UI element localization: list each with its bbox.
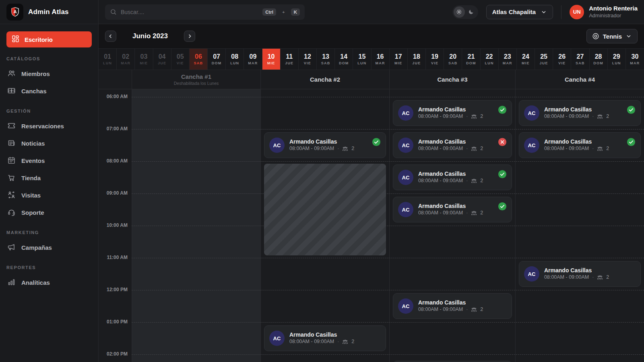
day-cell-20[interactable]: 20 SAB (444, 49, 462, 70)
reservation-card[interactable]: AC Armando Casillas 08:00AM - 09:00AM · … (393, 165, 512, 190)
reservation-time: 08:00AM - 09:00AM (418, 306, 463, 313)
court-header-cancha-3: Cancha #3 (389, 70, 515, 89)
day-cell-02[interactable]: 02 MAR (117, 49, 135, 70)
day-cell-06[interactable]: 06 SAB (190, 49, 208, 70)
search-input[interactable] (121, 9, 258, 15)
day-cell-15[interactable]: 15 LUN (353, 49, 371, 70)
day-cell-19[interactable]: 19 VIE (426, 49, 444, 70)
reservation-time: 08:00AM - 09:00AM (418, 113, 463, 120)
day-cell-30[interactable]: 30 MAR (626, 49, 644, 70)
day-cell-11[interactable]: 11 JUE (281, 49, 299, 70)
day-cell-25[interactable]: 25 JUE (535, 49, 553, 70)
reservation-card[interactable]: AC Armando Casillas 08:00AM - 09:00AM · … (519, 261, 641, 287)
reservation-card[interactable]: AC Armando Casillas 08:00AM - 09:00AM · … (519, 100, 641, 126)
day-cell-04[interactable]: 04 JUE (153, 49, 171, 70)
status-confirmed-icon (627, 105, 636, 114)
day-cell-09[interactable]: 09 MAR (244, 49, 262, 70)
attendees-count: 2 (480, 210, 483, 217)
day-cell-03[interactable]: 03 MIE (135, 49, 153, 70)
day-cell-05[interactable]: 05 VIE (171, 49, 190, 70)
sidebar-item-escritorio[interactable]: Escritorio (6, 31, 92, 47)
day-cell-28[interactable]: 28 DOM (590, 49, 608, 70)
next-month-button[interactable] (184, 31, 195, 42)
search-box[interactable]: Ctrl + K (105, 4, 305, 20)
sidebar-item-eventos[interactable]: Eventos (0, 152, 98, 169)
day-number: 06 (195, 53, 202, 60)
sport-selector[interactable]: Tennis (586, 29, 638, 43)
light-theme-button[interactable] (454, 6, 465, 18)
attendees-icon (597, 146, 603, 152)
reservation-card[interactable]: AC Armando Casillas 08:00AM - 09:00AM · … (393, 132, 512, 158)
sidebar-item-soporte[interactable]: Soporte (0, 204, 98, 221)
day-number: 09 (250, 53, 257, 60)
club-selector[interactable]: Atlas Chapalita (486, 5, 553, 19)
day-weekday: MIE (267, 61, 275, 65)
day-cell-17[interactable]: 17 MIE (390, 49, 408, 70)
reservation-card[interactable]: AC Armando Casillas 08:00AM - 09:00AM · … (393, 293, 512, 319)
time-gutter: 06:00 AM07:00 AM08:00 AM09:00 AM10:00 AM… (99, 89, 132, 362)
sidebar-item-tienda[interactable]: Tienda (0, 169, 98, 187)
day-cell-14[interactable]: 14 DOM (335, 49, 353, 70)
day-cell-16[interactable]: 16 MAR (372, 49, 390, 70)
day-weekday: VIE (431, 61, 438, 65)
status-confirmed-icon (372, 138, 381, 146)
atlas-logo-icon: A (6, 4, 23, 21)
day-cell-26[interactable]: 26 VIE (553, 49, 571, 70)
month-title: Junio 2023 (132, 32, 168, 40)
reservation-card[interactable]: AC Armando Casillas 08:00AM - 09:00AM · … (264, 325, 386, 351)
day-weekday: JUE (285, 61, 293, 65)
user-menu[interactable]: UN Antonio Renteria Administrador (570, 5, 638, 19)
day-cell-22[interactable]: 22 LUN (481, 49, 499, 70)
sidebar-item-campanas[interactable]: Campañas (0, 239, 98, 256)
reservation-card[interactable]: AC Armando Casillas 08:00AM - 09:00AM · … (393, 197, 512, 222)
day-cell-07[interactable]: 07 DOM (208, 49, 226, 70)
reservation-card[interactable]: AC Armando Casillas 08:00AM - 09:00AM · … (264, 132, 386, 158)
day-weekday: SAB (448, 61, 458, 65)
sidebar-item-reservaciones[interactable]: Reservaciones (0, 117, 98, 135)
reservation-card[interactable]: AC Armando Casillas 08:00AM - 09:00AM · … (519, 132, 641, 158)
prev-month-button[interactable] (105, 31, 116, 42)
dot-separator: · (337, 338, 339, 346)
day-cell-23[interactable]: 23 MAR (499, 49, 517, 70)
day-cell-13[interactable]: 13 SAB (317, 49, 335, 70)
sidebar-section-label: CATÁLOGOS (0, 56, 98, 61)
visits-icon (7, 191, 16, 200)
sidebar-item-analiticas[interactable]: Analíticas (0, 274, 98, 291)
reservation-member-name: Armando Casillas (544, 267, 609, 274)
avatar: AC (269, 331, 285, 346)
time-label: 01:00 PM (99, 319, 128, 325)
time-label: 06:00 AM (99, 94, 128, 99)
chevron-down-icon (541, 9, 547, 15)
day-cell-21[interactable]: 21 DOM (462, 49, 480, 70)
court-name: Cancha #4 (565, 76, 595, 83)
sidebar-item-noticias[interactable]: Noticias (0, 135, 98, 152)
reservation-card[interactable]: AC Armando Casillas 08:00AM - 09:00AM · … (393, 100, 512, 126)
time-label: 08:00 AM (99, 158, 128, 164)
day-cell-10[interactable]: 10 MIE (262, 49, 281, 70)
megaphone-icon (7, 243, 16, 253)
dot-separator: · (337, 145, 339, 152)
day-cell-29[interactable]: 29 LUN (608, 49, 626, 70)
day-cell-01[interactable]: 01 LUN (99, 49, 117, 70)
day-cell-27[interactable]: 27 SAB (571, 49, 589, 70)
sidebar-item-canchas[interactable]: Canchas (0, 82, 98, 100)
reservation-time: 08:00AM - 09:00AM (418, 210, 463, 217)
sidebar-section-label: MARKETING (0, 230, 98, 235)
day-cell-08[interactable]: 08 LUN (226, 49, 244, 70)
sidebar-item-miembros[interactable]: Miembros (0, 65, 98, 82)
time-label: 07:00 AM (99, 126, 128, 132)
reservation-time: 08:00AM - 09:00AM (418, 177, 463, 185)
day-cell-18[interactable]: 18 JUE (408, 49, 426, 70)
sidebar-item-label: Canchas (21, 88, 47, 95)
day-number: 18 (413, 53, 420, 60)
search-icon (110, 8, 117, 15)
day-weekday: LUN (230, 61, 239, 65)
sidebar-item-label: Campañas (21, 244, 52, 251)
avatar: AC (398, 105, 413, 121)
sidebar-item-visitas[interactable]: Visitas (0, 187, 98, 204)
day-weekday: MIE (522, 61, 530, 65)
day-cell-24[interactable]: 24 MIE (517, 49, 535, 70)
court-header-cancha-4: Cancha #4 (515, 70, 644, 89)
dark-theme-button[interactable] (466, 6, 477, 18)
day-cell-12[interactable]: 12 VIE (299, 49, 317, 70)
